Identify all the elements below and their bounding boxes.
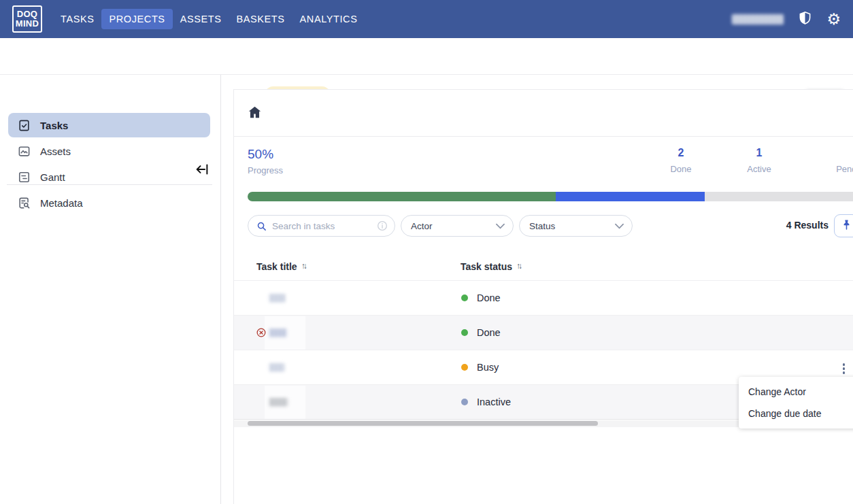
nav-tab-projects[interactable]: PROJECTS [101, 9, 172, 29]
status-filter-label: Status [529, 221, 555, 231]
privacy-shield-button[interactable] [799, 11, 812, 27]
sidebar-item-label: Tasks [40, 120, 68, 131]
status-dot [461, 295, 468, 301]
chevron-down-icon [615, 223, 624, 229]
top-navbar: DOQ MIND TASKS PROJECTS ASSETS BASKETS A… [0, 0, 853, 38]
column-header-task-status[interactable]: Task status ↑↓ [461, 261, 520, 272]
column-header-task-title[interactable]: Task title ↑↓ [256, 261, 305, 272]
task-title-redacted [269, 294, 285, 303]
home-button[interactable] [248, 105, 262, 121]
home-icon [248, 111, 262, 121]
error-icon [256, 328, 266, 340]
task-title-redacted [269, 398, 288, 407]
pending-label: Pending [812, 164, 853, 174]
status-dot [461, 399, 468, 405]
menu-item-change-actor[interactable]: Change Actor [739, 381, 853, 403]
nav-tab-tasks[interactable]: TASKS [53, 9, 101, 29]
active-label: Active [718, 164, 800, 174]
sidebar-item-metadata[interactable]: Metadata [8, 190, 210, 215]
progress-segment-remaining [705, 192, 853, 201]
tasks-icon [18, 119, 31, 132]
sort-icon: ↑↓ [516, 261, 520, 272]
active-count: 1 [718, 147, 800, 159]
status-label: Inactive [477, 397, 511, 407]
doqmind-logo[interactable]: DOQ MIND [12, 5, 42, 33]
table-row[interactable]: Done [234, 280, 853, 315]
search-box [248, 215, 395, 237]
info-icon[interactable] [377, 220, 388, 231]
gear-icon: ⚙ [826, 12, 841, 27]
breadcrumb-bar [234, 90, 853, 137]
sidebar-item-label: Gantt [40, 171, 65, 183]
sidebar: Tasks Assets Gantt [0, 75, 221, 504]
results-count: 4 Results [786, 220, 829, 231]
status-filter-select[interactable]: Status [519, 215, 633, 237]
search-input[interactable] [272, 221, 377, 231]
row-context-menu: Change Actor Change due date [739, 377, 853, 429]
gantt-icon [18, 171, 31, 184]
progress-segment-active [556, 192, 705, 201]
nav-tab-assets[interactable]: ASSETS [173, 9, 229, 29]
task-title-redacted [269, 363, 284, 372]
username-redacted [732, 14, 784, 24]
sidebar-item-label: Metadata [40, 197, 83, 209]
main-panel: 50% Progress 2 Done 1 Active 1 Pending [233, 89, 853, 504]
status-label: Done [477, 327, 501, 338]
project-progress-bar [248, 192, 853, 201]
sidebar-item-assets[interactable]: Assets [8, 139, 210, 163]
horizontal-scrollbar-thumb[interactable] [248, 421, 598, 426]
progress-segment-done [248, 192, 556, 201]
progress-percent: 50% [248, 147, 273, 162]
actor-filter-select[interactable]: Actor [401, 215, 514, 237]
actor-filter-label: Actor [411, 221, 433, 231]
chevron-down-icon [496, 223, 505, 229]
menu-item-change-due-date[interactable]: Change due date [739, 403, 853, 424]
metadata-icon [18, 197, 31, 209]
shield-icon [799, 11, 812, 27]
assets-icon [18, 145, 31, 158]
pin-view-button[interactable] [834, 214, 853, 237]
stat-active: 1 Active [718, 147, 800, 174]
table-header: Task title ↑↓ Task status ↑↓ [234, 256, 853, 280]
logo-line2: MIND [16, 19, 39, 29]
task-title-redacted [269, 329, 287, 337]
status-label: Done [477, 292, 501, 303]
done-count: 2 [640, 147, 722, 159]
status-dot [461, 329, 468, 336]
status-label: Busy [477, 362, 499, 373]
project-header: 2 days left Start: 29/01/2026 Due date: … [0, 38, 853, 75]
table-row[interactable]: Done [234, 315, 853, 350]
status-dot [461, 364, 468, 371]
main-nav: TASKS PROJECTS ASSETS BASKETS ANALYTICS [53, 9, 365, 29]
stat-done: 2 Done [640, 147, 722, 174]
sidebar-item-tasks[interactable]: Tasks [8, 113, 210, 137]
settings-button[interactable]: ⚙ [826, 12, 841, 27]
search-icon [256, 221, 267, 231]
sidebar-item-label: Assets [40, 146, 71, 157]
stat-pending: 1 Pending [812, 147, 853, 174]
navbar-right: ⚙ [732, 11, 841, 27]
filters-bar: Actor Status 4 Results [234, 215, 853, 237]
nav-tab-baskets[interactable]: BASKETS [229, 9, 292, 29]
pin-icon [841, 219, 852, 233]
sidebar-item-gantt[interactable]: Gantt [8, 165, 210, 189]
progress-label: Progress [248, 165, 283, 175]
app-screen: DOQ MIND TASKS PROJECTS ASSETS BASKETS A… [0, 0, 853, 504]
logo-line1: DOQ [17, 10, 38, 19]
sort-icon: ↑↓ [301, 261, 305, 272]
row-actions-kebab-icon[interactable] [840, 362, 848, 375]
nav-tab-analytics[interactable]: ANALYTICS [292, 9, 365, 29]
done-label: Done [640, 164, 722, 174]
